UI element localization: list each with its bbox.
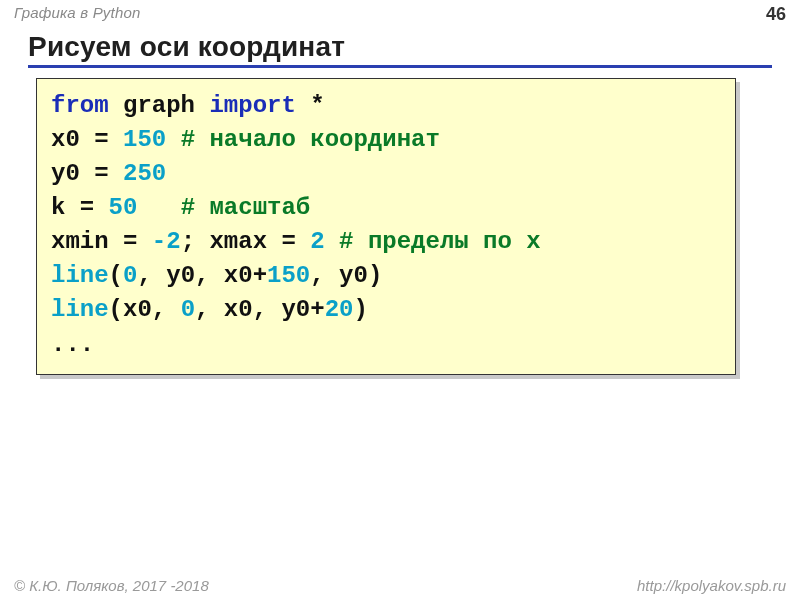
slide-heading: Рисуем оси координат <box>28 31 772 68</box>
code-token: # начало координат <box>181 126 440 153</box>
code-token: # пределы по x <box>339 228 541 255</box>
code-token: 0 <box>123 262 137 289</box>
code-token <box>325 228 339 255</box>
code-token: x0 = <box>51 126 123 153</box>
code-token <box>137 194 180 221</box>
code-token <box>166 126 180 153</box>
code-token: 2 <box>310 228 324 255</box>
code-token: 20 <box>325 296 354 323</box>
code-token: , x0, y0+ <box>195 296 325 323</box>
code-token: ) <box>353 296 367 323</box>
code-token: # масштаб <box>181 194 311 221</box>
code-token: -2 <box>152 228 181 255</box>
footer: © К.Ю. Поляков, 2017 -2018 http://kpolya… <box>0 577 800 600</box>
code-token: , y0, x0+ <box>137 262 267 289</box>
footer-copyright: © К.Ю. Поляков, 2017 -2018 <box>14 577 209 594</box>
topbar: Графика в Python 46 <box>0 0 800 25</box>
code-token: graph <box>109 92 210 119</box>
topbar-title: Графика в Python <box>14 4 141 21</box>
code-token: k = <box>51 194 109 221</box>
code-listing: from graph import * x0 = 150 # начало ко… <box>51 89 721 362</box>
code-token: ( <box>109 262 123 289</box>
codebox: from graph import * x0 = 150 # начало ко… <box>36 78 736 375</box>
code-token: import <box>209 92 295 119</box>
code-token: 50 <box>109 194 138 221</box>
code-token: line <box>51 262 109 289</box>
code-token: 150 <box>267 262 310 289</box>
code-token: ... <box>51 331 94 358</box>
code-token: from <box>51 92 109 119</box>
footer-url: http://kpolyakov.spb.ru <box>637 577 786 594</box>
heading-wrap: Рисуем оси координат <box>0 25 800 68</box>
code-token: , y0) <box>310 262 382 289</box>
codebox-shadow: from graph import * x0 = 150 # начало ко… <box>40 82 740 379</box>
code-token: line <box>51 296 109 323</box>
page-number: 46 <box>766 4 786 25</box>
code-token: (x0, <box>109 296 181 323</box>
code-token: 150 <box>123 126 166 153</box>
code-token: 0 <box>181 296 195 323</box>
slide: Графика в Python 46 Рисуем оси координат… <box>0 0 800 600</box>
code-token: y0 = <box>51 160 123 187</box>
code-token: ; xmax = <box>181 228 311 255</box>
code-token: * <box>296 92 325 119</box>
code-token: 250 <box>123 160 166 187</box>
code-token: xmin = <box>51 228 152 255</box>
